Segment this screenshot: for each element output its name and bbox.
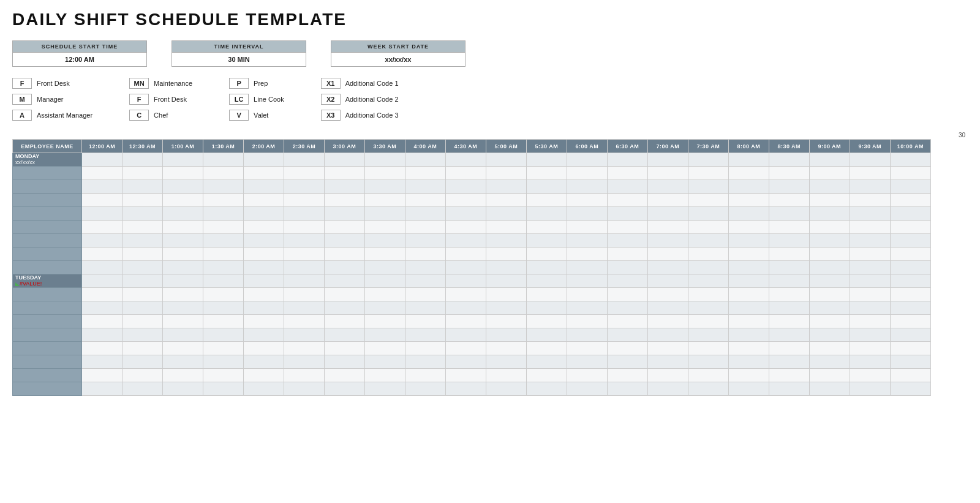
schedule-cell[interactable] xyxy=(244,274,284,288)
schedule-cell[interactable] xyxy=(203,153,244,167)
schedule-cell[interactable] xyxy=(163,328,203,342)
schedule-cell[interactable] xyxy=(890,342,930,355)
schedule-cell[interactable] xyxy=(163,234,203,248)
schedule-cell[interactable] xyxy=(647,274,688,288)
schedule-cell[interactable] xyxy=(567,221,607,234)
schedule-cell[interactable] xyxy=(850,180,890,194)
schedule-cell[interactable] xyxy=(324,221,364,234)
schedule-cell[interactable] xyxy=(769,382,809,396)
schedule-cell[interactable] xyxy=(82,301,123,315)
schedule-cell[interactable] xyxy=(526,180,567,194)
schedule-cell[interactable] xyxy=(647,180,688,194)
schedule-cell[interactable] xyxy=(567,369,607,382)
schedule-cell[interactable] xyxy=(486,328,526,342)
schedule-cell[interactable] xyxy=(769,355,809,369)
schedule-cell[interactable] xyxy=(123,328,163,342)
schedule-cell[interactable] xyxy=(607,328,647,342)
schedule-cell[interactable] xyxy=(364,355,405,369)
schedule-cell[interactable] xyxy=(82,167,123,180)
schedule-cell[interactable] xyxy=(324,261,364,274)
schedule-cell[interactable] xyxy=(203,180,244,194)
schedule-cell[interactable] xyxy=(445,382,486,396)
schedule-cell[interactable] xyxy=(163,355,203,369)
schedule-cell[interactable] xyxy=(163,342,203,355)
schedule-cell[interactable] xyxy=(526,342,567,355)
schedule-cell[interactable] xyxy=(324,315,364,328)
schedule-cell[interactable] xyxy=(244,207,284,221)
schedule-cell[interactable] xyxy=(364,221,405,234)
schedule-cell[interactable] xyxy=(405,167,445,180)
schedule-cell[interactable] xyxy=(324,234,364,248)
schedule-cell[interactable] xyxy=(567,207,607,221)
schedule-cell[interactable] xyxy=(486,274,526,288)
schedule-cell[interactable] xyxy=(244,261,284,274)
schedule-cell[interactable] xyxy=(405,315,445,328)
schedule-cell[interactable] xyxy=(445,207,486,221)
schedule-cell[interactable] xyxy=(324,382,364,396)
schedule-cell[interactable] xyxy=(769,180,809,194)
schedule-cell[interactable] xyxy=(244,328,284,342)
schedule-cell[interactable] xyxy=(526,234,567,248)
schedule-cell[interactable] xyxy=(769,234,809,248)
schedule-cell[interactable] xyxy=(809,261,850,274)
schedule-cell[interactable] xyxy=(688,315,728,328)
schedule-cell[interactable] xyxy=(890,234,930,248)
schedule-cell[interactable] xyxy=(244,221,284,234)
schedule-cell[interactable] xyxy=(809,342,850,355)
schedule-cell[interactable] xyxy=(728,328,769,342)
schedule-cell[interactable] xyxy=(850,234,890,248)
schedule-cell[interactable] xyxy=(769,194,809,207)
schedule-cell[interactable] xyxy=(607,221,647,234)
schedule-cell[interactable] xyxy=(850,328,890,342)
schedule-cell[interactable] xyxy=(607,369,647,382)
schedule-cell[interactable] xyxy=(284,342,324,355)
schedule-cell[interactable] xyxy=(82,274,123,288)
schedule-cell[interactable] xyxy=(850,342,890,355)
schedule-cell[interactable] xyxy=(850,274,890,288)
schedule-cell[interactable] xyxy=(324,301,364,315)
schedule-cell[interactable] xyxy=(890,369,930,382)
schedule-cell[interactable] xyxy=(364,167,405,180)
schedule-cell[interactable] xyxy=(203,167,244,180)
schedule-cell[interactable] xyxy=(890,315,930,328)
schedule-cell[interactable] xyxy=(203,342,244,355)
schedule-cell[interactable] xyxy=(769,301,809,315)
schedule-cell[interactable] xyxy=(647,355,688,369)
schedule-cell[interactable] xyxy=(728,221,769,234)
schedule-cell[interactable] xyxy=(890,274,930,288)
schedule-cell[interactable] xyxy=(445,315,486,328)
schedule-cell[interactable] xyxy=(82,207,123,221)
schedule-cell[interactable] xyxy=(82,382,123,396)
schedule-cell[interactable] xyxy=(728,342,769,355)
schedule-cell[interactable] xyxy=(284,355,324,369)
schedule-cell[interactable] xyxy=(284,288,324,301)
schedule-cell[interactable] xyxy=(890,167,930,180)
schedule-cell[interactable] xyxy=(445,301,486,315)
schedule-cell[interactable] xyxy=(567,301,607,315)
schedule-cell[interactable] xyxy=(163,248,203,261)
schedule-cell[interactable] xyxy=(567,194,607,207)
schedule-cell[interactable] xyxy=(364,194,405,207)
schedule-cell[interactable] xyxy=(163,194,203,207)
schedule-cell[interactable] xyxy=(607,274,647,288)
schedule-cell[interactable] xyxy=(526,261,567,274)
schedule-cell[interactable] xyxy=(364,342,405,355)
schedule-cell[interactable] xyxy=(163,288,203,301)
schedule-cell[interactable] xyxy=(445,355,486,369)
schedule-cell[interactable] xyxy=(364,382,405,396)
schedule-cell[interactable] xyxy=(82,248,123,261)
schedule-cell[interactable] xyxy=(809,234,850,248)
schedule-cell[interactable] xyxy=(526,382,567,396)
schedule-cell[interactable] xyxy=(364,369,405,382)
schedule-cell[interactable] xyxy=(163,261,203,274)
schedule-cell[interactable] xyxy=(809,207,850,221)
schedule-cell[interactable] xyxy=(607,234,647,248)
schedule-cell[interactable] xyxy=(163,274,203,288)
schedule-cell[interactable] xyxy=(123,194,163,207)
schedule-cell[interactable] xyxy=(405,180,445,194)
schedule-cell[interactable] xyxy=(809,301,850,315)
schedule-cell[interactable] xyxy=(244,288,284,301)
schedule-cell[interactable] xyxy=(123,167,163,180)
schedule-cell[interactable] xyxy=(769,274,809,288)
schedule-cell[interactable] xyxy=(405,221,445,234)
